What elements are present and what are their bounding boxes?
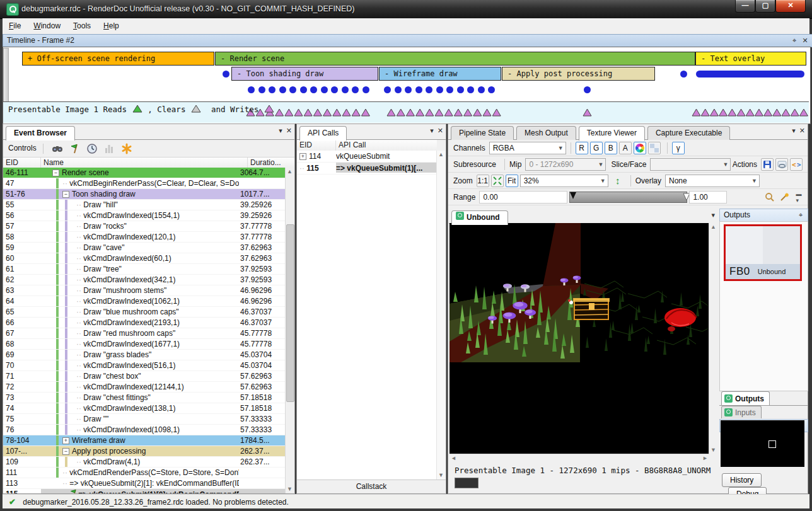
tab-pipeline-state[interactable]: Pipeline State [451,126,514,140]
wand-icon[interactable] [778,191,791,204]
texture-viewport[interactable] [450,223,709,454]
event-dot[interactable] [362,86,369,93]
range-max-input[interactable]: 1.00 [689,191,727,204]
expander-icon[interactable]: − [62,448,69,455]
event-row[interactable]: 115·· => vkQueueSubmit(1)[0]: vkBeginCom… [3,489,286,493]
menu-file[interactable]: File [3,18,27,33]
timeline-bar[interactable]: - Text overlay [695,52,806,66]
zoom-select[interactable]: 32%▼ [520,175,608,187]
event-dot[interactable] [478,86,485,93]
event-dot[interactable] [321,86,328,93]
close-icon[interactable]: ✕ [286,127,292,134]
event-row[interactable]: 69·· Draw "grass blades"45.03704 [3,350,286,360]
scroll-right-icon[interactable]: ► [701,454,709,462]
pixel-context-view[interactable] [721,420,804,467]
event-row[interactable]: 46-111−Render scene3064.7... [3,168,286,178]
timeline-bar[interactable]: - Wireframe draw [379,67,501,81]
event-row[interactable]: 64·· vkCmdDrawIndexed(1062,1)46.96296 [3,296,286,307]
api-call-row[interactable]: +114vkQueueSubmit [297,151,437,163]
event-dot[interactable] [680,71,687,78]
framebuffer-thumbnail[interactable]: FB0 Unbound [724,224,802,281]
event-dot[interactable] [415,86,422,93]
flag-icon[interactable] [69,142,81,155]
expander-icon[interactable]: − [62,191,69,198]
close-button[interactable]: ✕ [775,0,806,13]
event-dot[interactable] [310,86,317,93]
event-dot[interactable] [446,86,453,93]
event-dot[interactable] [223,71,229,78]
tab-mesh-output[interactable]: Mesh Output [516,126,576,140]
scroll-thumb[interactable] [286,224,294,402]
event-row[interactable]: 66·· vkCmdDrawIndexed(2193,1)46.37037 [3,318,286,328]
event-dot[interactable] [405,86,412,93]
channel-b-toggle[interactable]: B [605,142,617,154]
channel-r-toggle[interactable]: R [576,142,588,154]
event-row[interactable]: 63·· Draw "mushroom stems"46.96296 [3,285,286,296]
event-row[interactable]: 74·· vkCmdDrawIndexed(138,1)57.18518 [3,403,286,414]
event-dot[interactable] [395,86,402,93]
event-row[interactable]: 59·· Draw "cave"37.62963 [3,243,286,253]
range-slider[interactable] [569,192,687,203]
event-dot[interactable] [352,86,359,93]
event-dot[interactable] [457,86,464,93]
event-dot[interactable] [300,86,307,93]
chevron-down-icon[interactable]: ▾ [792,127,796,134]
title-bar[interactable]: debugmarker.rdc - RenderDoc Unofficial r… [0,0,812,19]
binoculars-icon[interactable] [51,142,64,155]
scroll-up-icon[interactable]: ▲ [437,151,445,159]
channels-select[interactable]: RGBA▼ [489,142,566,154]
event-dot[interactable] [467,86,474,93]
menu-window[interactable]: Window [27,18,67,33]
timeline-bar[interactable]: - Apply post processing [502,67,655,81]
event-row[interactable]: 78-104+Wireframe draw1784.5... [3,435,286,446]
event-dot[interactable] [342,86,349,93]
event-dot[interactable] [258,86,265,93]
zoom-1to1-button[interactable]: 1:1 [477,175,489,187]
event-dot[interactable] [426,86,432,93]
api-call-row[interactable]: ·· 115=> vkQueueSubmit(1)[... [297,163,437,175]
expander-icon[interactable]: − [52,169,59,176]
texture-hscrollbar[interactable]: ◄ ► [450,454,709,463]
event-row[interactable]: 109·· vkCmdDraw(4,1)262.37... [3,457,286,468]
code-icon[interactable]: <> [790,158,803,171]
link-icon[interactable] [775,158,788,171]
slice-face-select[interactable]: ▼ [650,158,731,171]
event-dot[interactable] [488,86,495,93]
close-icon[interactable]: ✕ [438,127,443,134]
mip-select[interactable]: 0 - 1272x690▼ [525,158,606,171]
chevron-down-icon[interactable]: ▾ [430,127,434,134]
channel-a-toggle[interactable]: A [619,142,632,154]
maximize-button[interactable]: ▢ [755,0,775,13]
tab-texture-viewer[interactable]: Texture Viewer [579,126,645,141]
tab-event-browser[interactable]: Event Browser [6,126,75,141]
color-wheel-icon[interactable] [634,142,646,154]
menu-help[interactable]: Help [97,18,125,33]
scroll-down-icon[interactable]: ▼ [437,471,445,479]
event-row[interactable]: 68·· vkCmdDrawIndexed(1677,1)45.77778 [3,339,286,350]
event-dot[interactable] [331,86,338,93]
timeline-ruler[interactable]: Presentable Image 1 Reads , Clears and W… [3,101,809,123]
event-dot[interactable] [279,86,286,93]
scroll-down-icon[interactable]: ▼ [286,485,294,493]
chart-icon[interactable] [103,142,115,155]
range-min-input[interactable]: 0.00 [479,191,567,204]
clock-icon[interactable] [86,142,98,155]
flip-y-icon[interactable]: ↕ [612,175,624,187]
overlay-select[interactable]: None▼ [665,175,760,187]
tab-api-calls[interactable]: API Calls [299,126,347,141]
close-icon[interactable]: ✕ [801,36,809,45]
save-icon[interactable] [761,158,774,171]
event-row[interactable]: 107-...−Apply post processing262.37... [3,446,286,457]
event-dot[interactable] [584,86,591,93]
event-dot[interactable] [269,86,276,93]
event-row[interactable]: 60·· vkCmdDrawIndexed(60,1)37.62963 [3,253,286,264]
event-row[interactable]: 71·· Draw "chest box"57.62963 [3,371,286,382]
event-row[interactable]: 73·· Draw "chest fittings"57.18518 [3,393,286,403]
event-row[interactable]: 56·· vkCmdDrawIndexed(1554,1)39.25926 [3,210,286,221]
pin-icon[interactable]: ⌖ [796,210,805,219]
event-dot[interactable] [289,86,296,93]
event-dot[interactable] [384,86,391,93]
event-row[interactable]: 58·· vkCmdDrawIndexed(120,1)37.77778 [3,232,286,243]
event-row[interactable]: 113·· => vkQueueSubmit(2)[1]: vkEndComma… [3,478,286,489]
event-row[interactable]: 70·· vkCmdDrawIndexed(516,1)45.03704 [3,360,286,371]
